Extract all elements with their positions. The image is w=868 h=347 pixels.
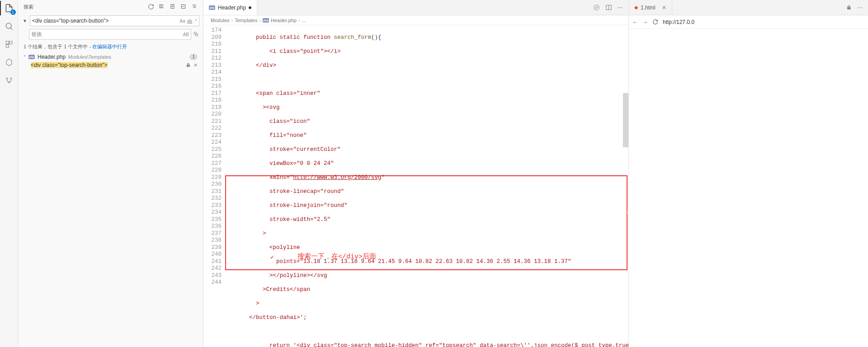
svg-rect-9 bbox=[160, 5, 163, 8]
svg-point-7 bbox=[10, 78, 12, 79]
result-match-row[interactable]: <div class="top-search-button"> 🔒︎ ✕ bbox=[18, 61, 203, 69]
split-editor-icon[interactable] bbox=[605, 4, 612, 11]
gutter: 1742092102112122132142152162172182192202… bbox=[203, 25, 225, 347]
html-file-icon: ◆ bbox=[634, 5, 638, 10]
lock-icon[interactable]: 🔒︎ bbox=[846, 5, 852, 11]
match-text: <div class="top-search-button"> bbox=[31, 62, 108, 68]
svg-marker-5 bbox=[6, 59, 12, 66]
search-input[interactable] bbox=[32, 18, 180, 24]
tab-1-html[interactable]: ◆ 1.html ✕ bbox=[629, 0, 672, 15]
open-in-editor-link[interactable]: 在编辑器中打开 bbox=[92, 44, 127, 49]
replace-placeholder: 替换 bbox=[31, 31, 183, 38]
match-case-toggle[interactable]: Aa bbox=[180, 19, 185, 23]
results-info: 1 个结果，包含于 1 个文件中 - 在编辑器中打开 bbox=[18, 41, 203, 53]
compass-icon[interactable] bbox=[593, 4, 600, 11]
editor-group: php Header.php ⋯ Modules› Templates› php… bbox=[203, 0, 628, 347]
activity-search-icon[interactable] bbox=[4, 21, 14, 32]
search-row: ▾ Aa ab̲ .* bbox=[18, 14, 203, 28]
new-search-icon[interactable] bbox=[170, 4, 176, 10]
more-actions-icon[interactable]: ⋯ bbox=[618, 5, 623, 11]
more-actions-icon[interactable]: ⋯ bbox=[857, 5, 863, 11]
tab-header-php[interactable]: php Header.php bbox=[203, 0, 257, 15]
nav-back-icon[interactable]: ← bbox=[632, 19, 638, 25]
crumb-more[interactable]: ... bbox=[302, 18, 306, 23]
activity-extensions-icon[interactable] bbox=[4, 39, 14, 50]
preview-panel: ◆ 1.html ✕ 🔒︎ ⋯ ← → http://127.0.0 bbox=[628, 0, 868, 347]
collapse-all-icon[interactable] bbox=[180, 4, 187, 10]
vertical-scrollbar[interactable] bbox=[623, 25, 628, 347]
svg-rect-4 bbox=[6, 45, 9, 47]
tab-label: Header.php bbox=[218, 5, 246, 11]
editor-actions: ⋯ bbox=[588, 0, 628, 15]
result-count-badge: 1 bbox=[189, 54, 198, 60]
lock-icon[interactable]: 🔒︎ bbox=[186, 62, 191, 68]
activity-branch-icon[interactable] bbox=[4, 75, 14, 86]
php-file-icon: php bbox=[28, 55, 35, 59]
replace-all-icon[interactable] bbox=[193, 31, 199, 38]
preview-tabbar: ◆ 1.html ✕ 🔒︎ ⋯ bbox=[629, 0, 868, 15]
url-text[interactable]: http://127.0.0 bbox=[663, 19, 694, 25]
results-count-text: 1 个结果，包含于 1 个文件中 - bbox=[24, 44, 92, 49]
result-file-row[interactable]: ˅ php Header.php Modules\Templates 1 bbox=[18, 53, 203, 61]
php-file-icon: php bbox=[263, 18, 269, 23]
regex-toggle[interactable]: .* bbox=[194, 19, 197, 23]
chevron-down-icon[interactable]: ˅ bbox=[24, 55, 26, 60]
address-bar: ← → http://127.0.0 bbox=[629, 15, 868, 29]
result-file-path: Modules\Templates bbox=[68, 54, 111, 60]
preserve-case-toggle[interactable]: AB bbox=[183, 32, 189, 37]
activity-hex-icon[interactable] bbox=[4, 57, 14, 68]
svg-rect-2 bbox=[6, 41, 9, 44]
whole-word-toggle[interactable]: ab̲ bbox=[187, 19, 193, 23]
crumb-file[interactable]: Header.php bbox=[271, 18, 297, 23]
crumb-modules[interactable]: Modules bbox=[211, 18, 230, 23]
nav-forward-icon[interactable]: → bbox=[642, 19, 648, 25]
tree-view-icon[interactable] bbox=[191, 4, 198, 10]
crumb-templates[interactable]: Templates bbox=[235, 18, 257, 23]
replace-row: 替换 AB bbox=[18, 28, 203, 41]
tab-label: 1.html bbox=[641, 5, 656, 11]
svg-point-6 bbox=[6, 78, 8, 79]
replace-input[interactable]: 替换 AB bbox=[29, 29, 191, 40]
code-editor[interactable]: 1742092102112122132142152162172182192202… bbox=[203, 25, 628, 347]
svg-point-0 bbox=[6, 23, 11, 28]
close-icon[interactable]: ✕ bbox=[662, 5, 666, 11]
svg-line-1 bbox=[10, 28, 12, 30]
dismiss-icon[interactable]: ✕ bbox=[193, 62, 198, 68]
explorer-badge: 1 bbox=[10, 9, 16, 15]
svg-rect-3 bbox=[9, 41, 12, 44]
code-area[interactable]: public static function search_form(){ <i… bbox=[225, 25, 628, 347]
clear-icon[interactable] bbox=[159, 4, 165, 10]
preview-content bbox=[629, 29, 868, 347]
svg-marker-22 bbox=[595, 6, 598, 9]
activity-bar: 1 bbox=[0, 0, 18, 347]
tabbar: php Header.php ⋯ bbox=[203, 0, 628, 15]
breadcrumb[interactable]: Modules› Templates› php Header.php› ... bbox=[203, 15, 628, 25]
refresh-icon[interactable] bbox=[148, 4, 154, 10]
search-input-wrap[interactable]: Aa ab̲ .* bbox=[30, 15, 199, 26]
sidebar-title: 搜索 bbox=[24, 4, 145, 10]
sidebar-header: 搜索 bbox=[18, 0, 203, 14]
result-file-name: Header.php bbox=[38, 54, 66, 60]
chevron-down-icon[interactable]: ▾ bbox=[22, 18, 28, 24]
preview-actions: 🔒︎ ⋯ bbox=[841, 0, 868, 15]
dirty-indicator bbox=[249, 6, 251, 9]
php-file-icon: php bbox=[209, 5, 215, 10]
scroll-thumb[interactable] bbox=[623, 93, 628, 147]
activity-explorer-icon[interactable]: 1 bbox=[4, 3, 14, 14]
reload-icon[interactable] bbox=[652, 19, 658, 25]
search-sidebar: 搜索 ▾ Aa ab̲ .* 替换 AB 1 个结果，包含于 bbox=[18, 0, 203, 347]
svg-point-21 bbox=[594, 5, 599, 10]
